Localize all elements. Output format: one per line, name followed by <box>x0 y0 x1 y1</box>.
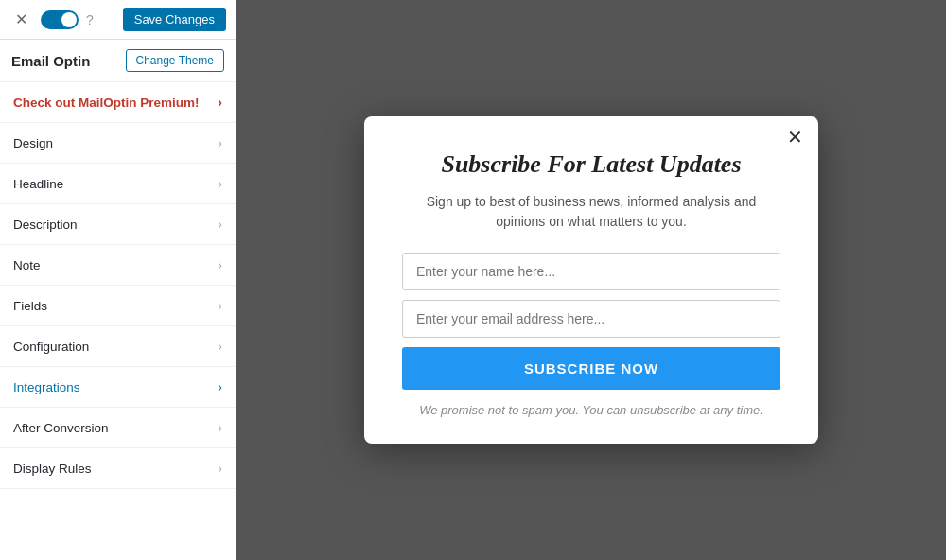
main-area: ✕ Subscribe For Latest Updates Sign up t… <box>236 0 946 560</box>
nav-item-configuration[interactable]: Configuration › <box>0 326 236 367</box>
nav-item-headline-label: Headline <box>13 177 63 191</box>
close-button[interactable]: ✕ <box>9 9 33 30</box>
help-icon[interactable]: ? <box>86 12 94 27</box>
nav-item-headline[interactable]: Headline › <box>0 164 236 204</box>
nav-item-fields[interactable]: Fields › <box>0 286 236 326</box>
sidebar-title: Email Optin <box>11 53 90 69</box>
modal-overlay: ✕ Subscribe For Latest Updates Sign up t… <box>236 0 946 560</box>
email-input[interactable] <box>402 300 780 338</box>
modal-title: Subscribe For Latest Updates <box>402 150 780 179</box>
chevron-right-icon: › <box>218 217 222 232</box>
nav-item-configuration-label: Configuration <box>13 340 89 354</box>
nav-item-after-conversion-label: After Conversion <box>13 421 109 435</box>
nav-item-note[interactable]: Note › <box>0 245 236 286</box>
chevron-right-icon: › <box>218 176 222 191</box>
nav-item-description-label: Description <box>13 218 78 232</box>
chevron-right-icon: › <box>218 379 222 394</box>
chevron-right-icon: › <box>218 339 222 354</box>
toggle-knob <box>61 12 77 27</box>
chevron-right-icon: › <box>218 95 222 110</box>
change-theme-button[interactable]: Change Theme <box>126 49 225 72</box>
chevron-right-icon: › <box>218 420 222 435</box>
subscribe-button[interactable]: SUBSCRIBE NOW <box>402 347 780 390</box>
nav-item-note-label: Note <box>13 258 41 272</box>
nav-item-integrations-label: Integrations <box>13 380 80 394</box>
nav-item-design[interactable]: Design › <box>0 123 236 164</box>
sidebar-header: ✕ ? Save Changes <box>0 0 236 40</box>
nav-item-premium-label: Check out MailOptin Premium! <box>13 96 200 110</box>
chevron-right-icon: › <box>218 461 222 476</box>
chevron-right-icon: › <box>218 257 222 272</box>
nav-item-design-label: Design <box>13 136 53 150</box>
name-input[interactable] <box>402 253 780 290</box>
nav-item-premium[interactable]: Check out MailOptin Premium! › <box>0 82 236 123</box>
modal-close-button[interactable]: ✕ <box>787 128 803 147</box>
chevron-right-icon: › <box>218 135 222 150</box>
save-changes-button[interactable]: Save Changes <box>123 8 226 31</box>
sidebar-nav: Check out MailOptin Premium! › Design › … <box>0 82 236 560</box>
chevron-right-icon: › <box>218 298 222 313</box>
close-icon: ✕ <box>15 11 27 27</box>
nav-item-after-conversion[interactable]: After Conversion › <box>0 408 236 448</box>
nav-item-display-rules[interactable]: Display Rules › <box>0 448 236 489</box>
subscribe-modal: ✕ Subscribe For Latest Updates Sign up t… <box>364 116 818 444</box>
modal-subtitle: Sign up to best of business news, inform… <box>402 192 780 232</box>
sidebar-title-row: Email Optin Change Theme <box>0 40 236 82</box>
nav-item-description[interactable]: Description › <box>0 204 236 245</box>
toggle-switch[interactable] <box>41 10 79 29</box>
modal-footer-text: We promise not to spam you. You can unsu… <box>402 403 780 417</box>
sidebar: ✕ ? Save Changes Email Optin Change Them… <box>0 0 236 560</box>
nav-item-integrations[interactable]: Integrations › <box>0 367 236 408</box>
nav-item-fields-label: Fields <box>13 299 47 313</box>
nav-item-display-rules-label: Display Rules <box>13 462 92 476</box>
